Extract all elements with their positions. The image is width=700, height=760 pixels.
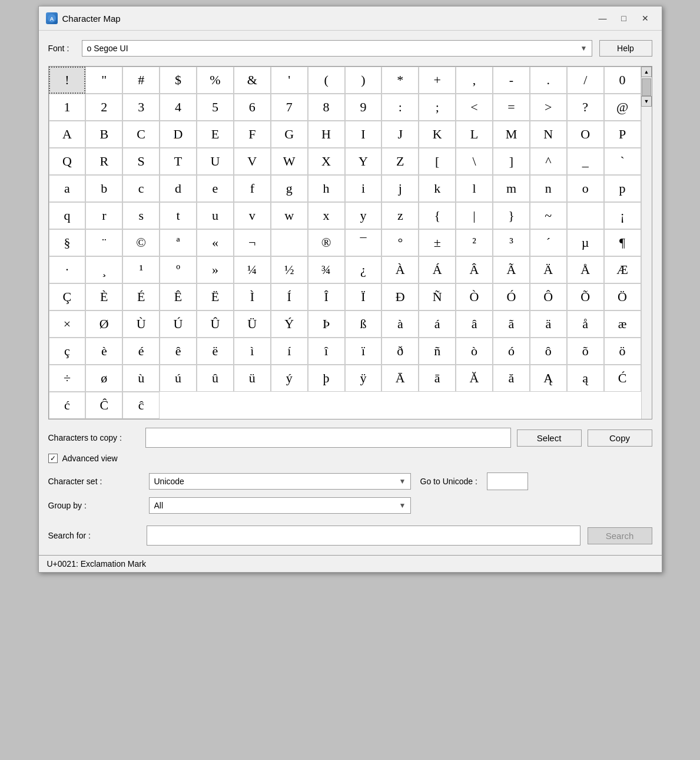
char-cell[interactable]: 4 (160, 94, 197, 121)
char-cell[interactable]: [ (419, 148, 456, 175)
char-cell[interactable]: ê (160, 338, 197, 365)
char-cell[interactable]: k (419, 175, 456, 202)
char-cell[interactable]: ! (49, 67, 86, 94)
char-cell[interactable]: N (530, 121, 567, 148)
char-cell[interactable]: Ð (381, 283, 419, 310)
char-cell[interactable]: P (604, 121, 641, 148)
char-cell[interactable]: % (197, 67, 234, 94)
char-cell[interactable]: ú (160, 365, 197, 392)
char-cell[interactable]: Ú (160, 310, 197, 338)
char-cell[interactable]: · (49, 256, 86, 283)
char-cell[interactable]: Ā (381, 365, 419, 392)
char-cell[interactable]: ¼ (234, 256, 271, 283)
char-cell[interactable]: ò (456, 338, 493, 365)
char-cell[interactable]: Z (381, 148, 419, 175)
char-cell[interactable]: ¬ (234, 229, 271, 256)
char-cell[interactable]: D (160, 121, 197, 148)
char-cell[interactable]: X (308, 148, 345, 175)
char-cell[interactable]: u (197, 202, 234, 229)
char-cell[interactable]: W (271, 148, 308, 175)
char-cell[interactable]: ¿ (345, 256, 382, 283)
chars-to-copy-input[interactable] (145, 428, 511, 448)
char-cell[interactable]: ´ (530, 229, 567, 256)
char-cell[interactable]: Ø (85, 310, 122, 338)
char-cell[interactable]: ø (85, 365, 122, 392)
char-cell[interactable]: ² (456, 229, 493, 256)
char-cell[interactable]: ' (271, 67, 308, 94)
char-cell[interactable]: V (234, 148, 271, 175)
char-cell[interactable]: Ą (530, 365, 567, 392)
advanced-view-label[interactable]: Advanced view (62, 454, 118, 463)
search-button[interactable]: Search (588, 527, 652, 544)
char-cell[interactable]: ă (493, 365, 530, 392)
char-cell[interactable]: J (381, 121, 419, 148)
char-cell[interactable]: ¡ (604, 202, 641, 229)
char-cell[interactable]: ÿ (345, 365, 382, 392)
char-cell[interactable]: ß (345, 310, 382, 338)
char-cell[interactable]: § (49, 229, 86, 256)
char-cell[interactable]: å (567, 310, 604, 338)
char-cell[interactable]: Ù (122, 310, 160, 338)
char-cell[interactable]: s (122, 202, 160, 229)
char-cell[interactable]: : (381, 94, 419, 121)
char-cell[interactable]: î (308, 338, 345, 365)
char-cell[interactable]: þ (308, 365, 345, 392)
char-cell[interactable]: t (160, 202, 197, 229)
char-cell[interactable]: ö (604, 338, 641, 365)
char-cell[interactable]: n (530, 175, 567, 202)
char-cell[interactable]: Ï (345, 283, 382, 310)
char-cell[interactable]: 2 (85, 94, 122, 121)
char-cell[interactable]: _ (567, 148, 604, 175)
font-select[interactable]: ο Segoe UI Arial Times New Roman Courier… (82, 40, 592, 57)
char-cell[interactable]: ¨ (85, 229, 122, 256)
char-cell[interactable]: ù (122, 365, 160, 392)
char-cell[interactable]: F (234, 121, 271, 148)
char-cell[interactable]: S (122, 148, 160, 175)
char-cell[interactable]: B (85, 121, 122, 148)
char-cell[interactable]: \ (456, 148, 493, 175)
char-cell[interactable]: Ü (234, 310, 271, 338)
char-cell[interactable]: ) (345, 67, 382, 94)
char-cell[interactable]: M (493, 121, 530, 148)
char-cell[interactable]: e (197, 175, 234, 202)
char-cell[interactable]: 9 (345, 94, 382, 121)
char-cell[interactable]: ć (49, 392, 86, 419)
char-cell[interactable]: Õ (567, 283, 604, 310)
char-cell[interactable]: { (419, 202, 456, 229)
char-cell[interactable]: Ă (456, 365, 493, 392)
char-cell[interactable]: » (197, 256, 234, 283)
char-cell[interactable]: ½ (271, 256, 308, 283)
char-cell[interactable]: Ì (234, 283, 271, 310)
char-cell[interactable]: ā (419, 365, 456, 392)
char-cell[interactable]: í (271, 338, 308, 365)
char-cell[interactable]: G (271, 121, 308, 148)
char-cell[interactable]: f (234, 175, 271, 202)
char-cell[interactable]: 0 (604, 67, 641, 94)
char-cell[interactable]: « (197, 229, 234, 256)
char-cell[interactable]: Ć (604, 365, 641, 392)
char-cell[interactable]: ° (381, 229, 419, 256)
char-cell[interactable]: × (49, 310, 86, 338)
scroll-up-button[interactable]: ▲ (641, 67, 652, 77)
char-cell[interactable]: ; (419, 94, 456, 121)
char-cell[interactable]: x (308, 202, 345, 229)
char-cell[interactable]: = (493, 94, 530, 121)
char-cell[interactable]: K (419, 121, 456, 148)
char-cell[interactable]: Â (456, 256, 493, 283)
char-cell[interactable]: ä (530, 310, 567, 338)
char-cell[interactable]: ð (381, 338, 419, 365)
select-button[interactable]: Select (517, 429, 582, 447)
char-cell[interactable]: º (160, 256, 197, 283)
char-cell[interactable]: æ (604, 310, 641, 338)
char-cell[interactable]: ë (197, 338, 234, 365)
char-cell[interactable]: ¾ (308, 256, 345, 283)
group-by-select[interactable]: All Unicode Subrange Unicode Category (149, 497, 411, 514)
char-cell[interactable]: ý (271, 365, 308, 392)
char-cell[interactable]: > (530, 94, 567, 121)
char-cell[interactable]: ó (493, 338, 530, 365)
char-cell[interactable]: è (85, 338, 122, 365)
search-for-input[interactable] (147, 526, 580, 546)
char-cell[interactable]: ` (604, 148, 641, 175)
char-cell[interactable]: $ (160, 67, 197, 94)
char-cell[interactable]: h (308, 175, 345, 202)
